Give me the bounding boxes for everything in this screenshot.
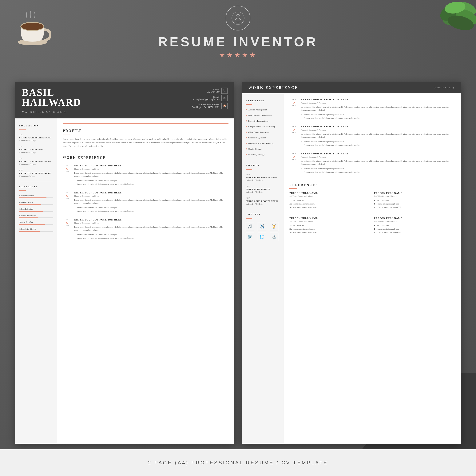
work-bullet-3a: Eleifend tincidunt orci sed semper tempo…: [74, 233, 228, 236]
p2-work-desc-3: Lorem ipsum dolor sit amet, consectetur …: [301, 160, 455, 166]
awards-bar: [246, 169, 252, 170]
edu-degree-2: ENTER YOUR DEGREE: [19, 148, 53, 151]
stars: ★★★★★: [219, 51, 257, 59]
phone-value: +012 3456 789: [206, 90, 220, 93]
award-degree-1: ENTER YOUR DEGREE NAME: [246, 176, 280, 179]
profile-text: Lorem ipsum dolor sit amet, consectetur …: [63, 137, 228, 148]
expertise-bullet-4: [246, 126, 247, 127]
ref-1: PERSON FULL NAME Job Title / Company / I…: [289, 191, 370, 209]
address-icon: 🏠: [221, 103, 227, 109]
p2-bullet-2b: Consectetur adipiscing elit Pellentesque…: [301, 144, 455, 147]
p2-work-position-2: ENTER YOUR JOB POSITION HERE: [301, 125, 455, 128]
address-line1: 123 Street/State Address,: [192, 103, 220, 106]
page-one-header: BASIL HAILWARD MARKETING SPECIALIST Phon…: [15, 82, 234, 119]
work-dot-3: [66, 222, 68, 224]
p2-work-position-3: ENTER YOUR JOB POSITION HERE: [301, 152, 455, 155]
p2-work-entry-2: 2010 2014 ENTER YOUR JOB POSITION HERE N…: [289, 125, 455, 147]
hobby-4: ⚙️: [246, 233, 254, 241]
p2-work-desc-1: Lorem ipsum dolor sit amet, consectetur …: [301, 105, 455, 112]
edu-school-2: University / College: [19, 151, 53, 153]
work-content-1: ENTER YOUR JOB POSITION HERE Name of Com…: [74, 164, 228, 187]
p2-bullet-3b: Consectetur adipiscing elit Pellentesque…: [301, 171, 455, 174]
p2-dot-2: [293, 129, 295, 131]
p2-year-col-2: 2010 2014: [289, 125, 298, 147]
ref-email-2: E :examplemail@example.com: [374, 202, 455, 206]
ref-email-3: E :examplemail@example.com: [289, 227, 370, 231]
p2-bullet-1a: Eleifend tincidunt orci sed semper tempo…: [301, 113, 455, 116]
edu-degree-1: ENTER YOUR DEGREE NAME: [19, 136, 53, 139]
edu-entry-3: 2012 ENTER YOUR DEGREE NAME University /…: [19, 157, 53, 165]
ref-address-4: A :Your street address here - 6590: [374, 231, 455, 234]
work-title: WORK EXPERIENCE: [63, 156, 228, 160]
edu-school-1: University / College: [19, 139, 53, 141]
skill-name-1: Adobe Photoshop: [19, 194, 53, 197]
expertise-4: Competitive Market Positioning: [246, 125, 280, 128]
ref-name-3: PERSON FULL NAME: [289, 217, 370, 220]
logo-circle: [226, 6, 250, 31]
edu-school-3: University / College: [19, 163, 53, 165]
p2-work-entry-1: 2010 2014 ENTER YOUR JOB POSITION HERE N…: [289, 98, 455, 120]
expertise-bullet-2: [246, 115, 247, 116]
continued-label: (CONTINUED): [434, 86, 454, 89]
work-bullet-3b: Consectetur adipiscing elit Pellentesque…: [74, 237, 228, 240]
first-name: BASIL: [22, 87, 81, 98]
expertise-awards-divider: [246, 160, 280, 160]
top-divider: [238, 62, 238, 71]
page-two-header: WORK EXPERIENCE (CONTINUED): [242, 82, 461, 93]
ref-address-3: A :Your street address here - 6590: [289, 231, 370, 234]
brand-title: RESUME INVENTOR: [158, 34, 318, 49]
skill-name-5: Microsoft Office: [19, 221, 53, 223]
ref-title-2: Job Title / Company / Institute: [374, 195, 455, 197]
expertise-bullet-9: [246, 154, 247, 155]
expertise-text-9: Marketing Strategy: [248, 153, 264, 156]
ref-name-1: PERSON FULL NAME: [289, 191, 370, 195]
edu-year-2: 2012: [19, 145, 53, 148]
edu-skills-divider: [19, 181, 53, 181]
references-grid: PERSON FULL NAME Job Title / Company / I…: [289, 191, 455, 238]
profile-work-divider: [63, 152, 228, 152]
p2-bullet-2a: Eleifend tincidunt orci sed semper tempo…: [301, 140, 455, 143]
work-desc-1: Lorem ipsum dolor sit amet, consectetur …: [74, 171, 228, 178]
references-underline: [289, 188, 297, 189]
hobby-5: 🌐: [258, 233, 266, 241]
ref-email-4: E :examplemail@example.com: [374, 227, 455, 231]
edu-entry-4: 2012 ENTER YOUR DEGREE NAME University C…: [19, 169, 53, 177]
p2-work-company-1: Name of Company > Address: [301, 102, 455, 104]
award-3: 2012 ENTER YOUR DEGREE NAME University /…: [246, 197, 280, 205]
ref-address-1: A :Your street address here - 6590: [289, 206, 370, 209]
expertise-6: Contract Negotiation: [246, 136, 280, 139]
p2-bullet-3a: Eleifend tincidunt orci sed semper tempo…: [301, 167, 455, 170]
main-content-two: 2010 2014 ENTER YOUR JOB POSITION HERE N…: [284, 93, 461, 444]
p2-year-start-2: 2010: [292, 125, 296, 128]
p2-bullet-1b: Consectetur adipiscing elit Pellentesque…: [301, 117, 455, 119]
expertise-text-6: Contract Negotiation: [248, 136, 266, 139]
sidebar-left: EDUCATION 2012 ENTER YOUR DEGREE NAME Un…: [15, 119, 57, 444]
ref-phone-1: P :+012 3456 789: [289, 199, 370, 202]
edu-school-4: University College: [19, 175, 53, 177]
expertise-text-8: Quality Control: [248, 148, 261, 151]
work-year-col-1: 2010 2014: [63, 164, 71, 187]
top-section: RESUME INVENTOR ★★★★★: [0, 0, 476, 80]
expertise-bullet-3: [246, 120, 247, 121]
main-content: PROFILE Lorem ipsum dolor sit amet, cons…: [57, 119, 234, 444]
skill-3: Adobe InDesign: [19, 208, 53, 212]
award-2: 2012 ENTER YOUR DEGREE University / Coll…: [246, 185, 280, 193]
p2-work-entry-3: 2010 2014 ENTER YOUR JOB POSITION HERE N…: [289, 152, 455, 174]
references-title: REFERENCES: [289, 183, 455, 187]
skill-4: Adobe After Effects: [19, 214, 53, 218]
pages-container: BASIL HAILWARD MARKETING SPECIALIST Phon…: [15, 82, 461, 445]
work-year-start-1: 2010: [65, 164, 69, 167]
award-degree-3: ENTER YOUR DEGREE NAME: [246, 200, 280, 203]
p2-year-start-1: 2010: [292, 98, 296, 101]
skill-bg-6: [19, 231, 53, 232]
skill-name-6: Adobe After Effects: [19, 228, 53, 230]
ref-phone-2: P :+012 3456 789: [374, 199, 455, 202]
skill-bg-3: [19, 211, 53, 212]
work-dot-1: [66, 168, 68, 170]
award-school-3: University / College: [246, 203, 280, 205]
email-label: Email: [193, 96, 220, 98]
edu-entry-1: 2012 ENTER YOUR DEGREE NAME University /…: [19, 134, 53, 141]
work-company-2: Name of Company > Address: [74, 195, 228, 197]
skill-name-2: Adobe Illustrator: [19, 201, 53, 203]
contact-phone: Phone +012 3456 789 📞: [192, 87, 227, 94]
